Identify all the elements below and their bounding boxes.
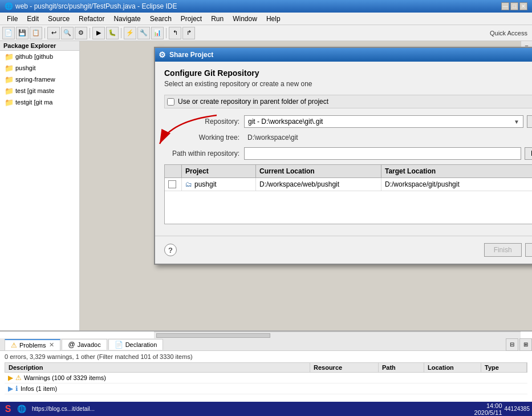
- td-project: 🗂 pushgit: [182, 178, 256, 191]
- repository-dropdown[interactable]: git - D:\workspace\git\.git ▼: [244, 115, 523, 128]
- toolbar-run-btn[interactable]: ▶: [92, 27, 105, 39]
- help-button[interactable]: ?: [164, 244, 177, 256]
- menu-run[interactable]: Run: [206, 14, 228, 24]
- taskbar-time: 14:00 2020/5/11: [474, 402, 502, 416]
- folder-icon-github: 📁: [5, 52, 14, 61]
- sidebar-item-spring[interactable]: 📁 spring-framew: [0, 74, 79, 85]
- warning-icon: ▶: [8, 374, 13, 382]
- bottom-content: 0 errors, 3,329 warnings, 1 other (Filte…: [0, 351, 532, 397]
- problems-tab-label: Problems: [19, 342, 46, 349]
- repository-row: Repository: git - D:\workspace\git\.git …: [164, 115, 532, 128]
- pth-path: Path: [379, 363, 424, 372]
- menu-refactor[interactable]: Refactor: [74, 14, 109, 24]
- repository-label: Repository:: [164, 118, 244, 126]
- working-tree-row: Working tree: D:\workspace\git: [164, 132, 532, 143]
- toolbar-btn7[interactable]: ⚡: [124, 27, 136, 39]
- menu-navigate[interactable]: Navigate: [109, 14, 145, 24]
- warning-path: [379, 373, 425, 383]
- toolbar-btn10[interactable]: ↰: [169, 27, 181, 39]
- browse-button[interactable]: Browse...: [525, 147, 532, 160]
- pth-location: Location: [424, 363, 481, 372]
- title-controls: — □ ✕: [501, 2, 527, 10]
- tab-declaration[interactable]: 📄 Declaration: [108, 339, 164, 350]
- tab-javadoc[interactable]: @ Javadoc: [62, 339, 107, 350]
- menu-help[interactable]: Help: [262, 14, 285, 24]
- problem-row-infos[interactable]: ▶ ℹ Infos (1 item): [5, 383, 527, 394]
- info-type: [482, 383, 527, 394]
- sidebar-item-pushgit[interactable]: 📁 pushgit: [0, 62, 79, 74]
- problems-close-icon[interactable]: ✕: [49, 341, 54, 349]
- menu-edit[interactable]: Edit: [22, 14, 43, 24]
- sidebar-label-pushgit: pushgit: [15, 64, 35, 71]
- td-current-location: D:/workspace/web/pushgit: [256, 178, 381, 191]
- toolbar-btn3[interactable]: 📋: [30, 27, 42, 39]
- working-tree-label: Working tree:: [164, 134, 244, 142]
- problems-tab-icon: ⚠: [11, 341, 17, 349]
- dialog-titlebar: ⚙ Share Project — □ ✕: [155, 48, 532, 62]
- td-checkbox: [165, 178, 182, 191]
- center-area: ≡ 🔲 ↗ ↙ ✕ Z R ect My... rect to yo... r …: [80, 41, 532, 330]
- toolbar-new-btn[interactable]: 📄: [2, 27, 15, 39]
- menu-file[interactable]: File: [2, 14, 22, 24]
- project-name: pushgit: [194, 180, 217, 188]
- toolbar-btn5[interactable]: 🔍: [61, 27, 74, 39]
- taskbar-icon-s[interactable]: S: [2, 403, 14, 415]
- menu-project[interactable]: Project: [176, 14, 206, 24]
- toolbar-sep4: [166, 28, 166, 38]
- sidebar-item-github[interactable]: 📁 github [github: [0, 51, 79, 62]
- close-button[interactable]: ✕: [519, 2, 527, 10]
- quick-access-label: Quick Access: [490, 30, 527, 37]
- sidebar-item-testgit[interactable]: 📁 testgit [git ma: [0, 96, 79, 108]
- toolbar-btn9[interactable]: 📊: [151, 27, 164, 39]
- bottom-tabs: ⚠ Problems ✕ @ Javadoc 📄 Declaration ⊟ ⊞: [0, 338, 532, 351]
- problem-row-warnings[interactable]: ▶ ⚠ Warnings (100 of 3329 items): [5, 373, 527, 383]
- row-checkbox[interactable]: [168, 180, 176, 188]
- minimize-button[interactable]: —: [501, 2, 509, 10]
- folder-icon-pushgit: 📁: [5, 63, 14, 72]
- dialog-title: Share Project: [169, 51, 213, 59]
- panel-header: Package Explorer: [0, 41, 79, 51]
- create-button[interactable]: Create...: [527, 115, 532, 128]
- info-path: [379, 383, 425, 394]
- taskbar-icon-web[interactable]: 🌐: [16, 403, 27, 415]
- taskbar-right: 14:00 2020/5/11 44124385: [474, 402, 530, 416]
- warning-label: Warnings (100 of 3329 items): [24, 374, 106, 381]
- menu-source[interactable]: Source: [43, 14, 74, 24]
- window-title: web - pushgit/src/pushgit/TestPush.java …: [15, 2, 177, 10]
- th-project: Project: [182, 165, 256, 177]
- window-icon: 🌐: [5, 2, 13, 10]
- path-input[interactable]: [244, 147, 521, 160]
- panel-expand-btn[interactable]: ⊞: [519, 338, 532, 351]
- toolbar-sep1: [44, 28, 45, 38]
- info-expand-icon: ▶: [8, 385, 13, 393]
- checkbox-label: Use or create repository in parent folde…: [178, 98, 328, 106]
- pth-description: Description: [5, 363, 310, 372]
- warning-row-desc: ▶ ⚠ Warnings (100 of 3329 items): [5, 373, 311, 383]
- horizontal-scrollbar[interactable]: [154, 332, 521, 338]
- toolbar-btn11[interactable]: ↱: [182, 27, 195, 39]
- table-row: 🗂 pushgit D:/workspace/web/pushgit D:/wo…: [165, 178, 532, 191]
- table-body: 🗂 pushgit D:/workspace/web/pushgit D:/wo…: [165, 178, 532, 224]
- maximize-button[interactable]: □: [510, 2, 518, 10]
- finish-button[interactable]: Finish: [484, 243, 522, 257]
- panel-minimize-btn[interactable]: ⊟: [506, 338, 518, 351]
- path-label: Path within repository:: [164, 150, 244, 157]
- sidebar-item-test[interactable]: 📁 test [git maste: [0, 85, 79, 96]
- toolbar-save-btn[interactable]: 💾: [16, 27, 29, 39]
- cancel-button[interactable]: Cancel: [525, 243, 532, 257]
- toolbar-btn8[interactable]: 🔧: [137, 27, 150, 39]
- info-location: [425, 383, 482, 394]
- dialog-header-title: Configure Git Repository: [164, 68, 532, 78]
- use-parent-checkbox[interactable]: [167, 98, 174, 106]
- share-project-dialog: ⚙ Share Project — □ ✕ GIT ■■■: [154, 47, 532, 265]
- toolbar-btn4[interactable]: ↩: [47, 27, 60, 39]
- toolbar-btn6[interactable]: ⚙: [75, 27, 87, 39]
- menu-search[interactable]: Search: [145, 14, 176, 24]
- menu-window[interactable]: Window: [228, 14, 262, 24]
- javadoc-tab-icon: @: [68, 341, 75, 349]
- toolbar-debug-btn[interactable]: 🐛: [106, 27, 119, 39]
- title-bar: 🌐 web - pushgit/src/pushgit/TestPush.jav…: [0, 0, 532, 13]
- tab-problems[interactable]: ⚠ Problems ✕: [5, 339, 60, 350]
- problem-summary: 0 errors, 3,329 warnings, 1 other (Filte…: [5, 353, 527, 360]
- dialog-footer: ? Finish Cancel: [155, 236, 532, 264]
